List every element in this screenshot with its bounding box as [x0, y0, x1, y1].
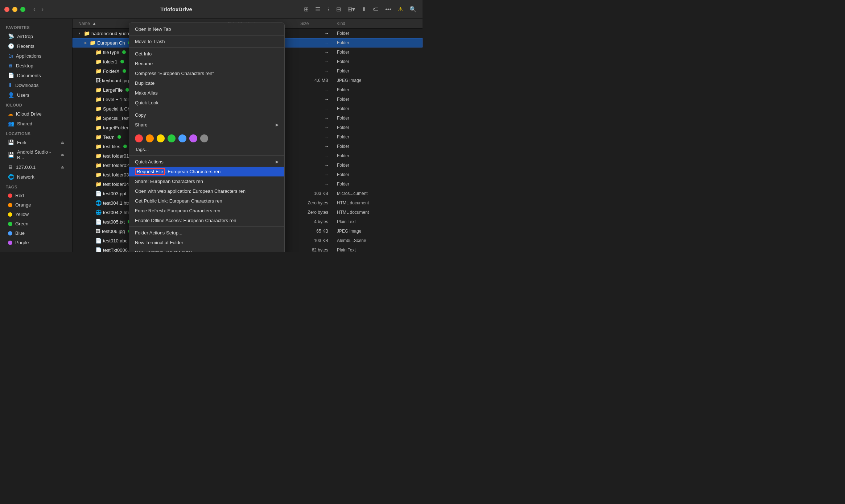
airdrop-icon: 📡 [8, 33, 14, 39]
color-tag-option[interactable] [189, 134, 197, 142]
color-tag-option[interactable] [157, 134, 165, 142]
eject-icon-3[interactable]: ⏏ [61, 165, 64, 170]
context-menu-item-new_terminal[interactable]: New Terminal at Folder [129, 238, 284, 247]
sidebar-item-tag-purple[interactable]: Purple [2, 238, 70, 247]
sidebar-item-android-studio[interactable]: 💾 Android Studio - B... ⏏ [2, 147, 70, 162]
context-menu-item-rename[interactable]: Rename [129, 59, 284, 68]
file-kind: Folder [334, 106, 422, 111]
column-view-icon[interactable]: ⫶ [325, 5, 331, 14]
context-menu-item-open_web[interactable]: Open with web application: European Char… [129, 186, 284, 196]
file-type-icon: 🌐 [95, 200, 102, 206]
color-tag-option[interactable] [146, 134, 154, 142]
file-name-text: test folder02 [103, 163, 129, 168]
sidebar-item-tag-blue[interactable]: Blue [2, 229, 70, 238]
warning-icon[interactable]: ⚠ [396, 4, 404, 14]
sidebar-item-airdrop[interactable]: 📡 AirDrop [2, 32, 70, 41]
expand-arrow[interactable]: ▾ [79, 32, 82, 35]
sidebar-item-label: Recents [17, 43, 34, 49]
gallery-view-icon[interactable]: ⊟ [335, 4, 342, 14]
sidebar-item-icloud-drive[interactable]: ☁ iCloud Drive [2, 109, 70, 118]
kind-column-header[interactable]: Kind [334, 21, 422, 26]
fork-icon: 💾 [8, 139, 14, 145]
minimize-button[interactable] [12, 7, 17, 12]
network-icon: 🌐 [8, 174, 14, 180]
context-menu-item-share_eur[interactable]: Share: European Characters ren [129, 176, 284, 186]
sidebar-item-label: Desktop [16, 63, 33, 68]
color-tag-option[interactable] [200, 134, 208, 142]
expand-arrow[interactable]: ▶ [84, 41, 88, 45]
grid-view-icon[interactable]: ⊞ [302, 4, 310, 14]
applications-icon: 🗂 [8, 53, 13, 59]
context-menu-item-new_terminal_tab[interactable]: New Terminal Tab at Folder [129, 247, 284, 252]
file-type-icon: 📁 [95, 153, 102, 159]
file-type-icon: 📁 [95, 106, 102, 112]
sidebar-item-tag-orange[interactable]: Orange [2, 200, 70, 209]
sidebar-item-network[interactable]: 🌐 Network [2, 172, 70, 182]
context-menu-item-tags[interactable]: Tags... [129, 145, 284, 154]
context-menu-separator [129, 155, 284, 156]
sidebar-item-downloads[interactable]: ⬇ Downloads [2, 80, 70, 90]
list-view-icon[interactable]: ☰ [314, 4, 322, 14]
context-menu-item-offline_access[interactable]: Enable Offline Access: European Characte… [129, 216, 284, 225]
sidebar-item-tag-red[interactable]: Red [2, 191, 70, 200]
context-menu-item-share[interactable]: Share▶ [129, 120, 284, 130]
sync-indicator [122, 50, 126, 54]
share-icon[interactable]: ⬆ [360, 4, 368, 14]
sidebar-item-users[interactable]: 👤 Users [2, 90, 70, 100]
context-menu-item-open_new_tab[interactable]: Open in New Tab [129, 24, 284, 34]
context-menu-item-copy[interactable]: Copy [129, 110, 284, 120]
sidebar-item-documents[interactable]: 📄 Documents [2, 71, 70, 80]
context-menu-item-duplicate[interactable]: Duplicate [129, 78, 284, 88]
sidebar-item-localhost[interactable]: 🖥 127.0.0.1 ⏏ [2, 162, 70, 172]
file-size: 103 KB [298, 238, 334, 243]
fullscreen-button[interactable] [20, 7, 25, 12]
file-kind: Folder [334, 50, 422, 55]
context-menu-item-quick_actions[interactable]: Quick Actions▶ [129, 157, 284, 167]
sidebar-item-label: Applications [16, 53, 41, 59]
eject-icon[interactable]: ⏏ [61, 140, 64, 145]
eject-icon-2[interactable]: ⏏ [61, 153, 64, 157]
sidebar-item-tag-yellow[interactable]: Yellow [2, 210, 70, 219]
sidebar-item-desktop[interactable]: 🖥 Desktop [2, 61, 70, 70]
search-icon[interactable]: 🔍 [408, 4, 418, 14]
sidebar-item-applications[interactable]: 🗂 Applications [2, 51, 70, 61]
sidebar-item-fork[interactable]: 💾 Fork ⏏ [2, 138, 70, 147]
sidebar-item-recents[interactable]: 🕐 Recents [2, 41, 70, 51]
sidebar-item-shared[interactable]: 👥 Shared [2, 119, 70, 128]
sidebar-item-label: Yellow [15, 212, 29, 217]
traffic-lights [4, 7, 25, 12]
file-type-icon: 📄 [95, 191, 102, 196]
tag-icon[interactable]: 🏷 [371, 5, 380, 14]
file-type-icon: 📁 [95, 87, 102, 93]
close-button[interactable] [4, 7, 9, 12]
context-menu-label: Open with web application: European Char… [135, 188, 246, 194]
color-tag-option[interactable] [168, 134, 176, 142]
color-tag-option[interactable] [178, 134, 186, 142]
group-icon[interactable]: ⊞▾ [346, 4, 356, 14]
file-size: 65 KB [298, 229, 334, 234]
size-column-header[interactable]: Size [297, 21, 334, 26]
locations-header: Locations [0, 129, 72, 137]
window-title: TriofoxDrive [50, 6, 302, 12]
context-menu-item-request_file[interactable]: Request File: European Characters ren [129, 167, 284, 176]
forward-button[interactable]: › [39, 5, 46, 14]
file-size: -- [298, 116, 334, 121]
file-name-text: LargeFile [103, 87, 123, 93]
context-menu-item-move_trash[interactable]: Move to Trash [129, 37, 284, 46]
sidebar-item-tag-green[interactable]: Green [2, 219, 70, 228]
more-icon[interactable]: ••• [384, 5, 393, 14]
file-kind: JPEG image [334, 229, 422, 234]
context-menu-item-quick_look[interactable]: Quick Look [129, 98, 284, 108]
context-menu-label: Share [135, 122, 148, 128]
file-area: Name ▲ Date Modified Size Kind ▾ 📁 hadro… [73, 19, 422, 252]
color-tag-option[interactable] [135, 134, 143, 142]
context-menu-item-force_refresh[interactable]: Force Refresh: European Characters ren [129, 206, 284, 216]
context-menu-item-folder_actions[interactable]: Folder Actions Setup... [129, 228, 284, 238]
file-size: -- [298, 153, 334, 158]
context-menu-item-public_link[interactable]: Get Public Link: European Characters ren [129, 196, 284, 206]
back-button[interactable]: ‹ [31, 5, 38, 14]
file-name-text: test folder03 [103, 172, 129, 178]
context-menu-item-get_info[interactable]: Get Info [129, 49, 284, 59]
context-menu-item-compress[interactable]: Compress "European Characters ren" [129, 68, 284, 78]
context-menu-item-make_alias[interactable]: Make Alias [129, 88, 284, 98]
